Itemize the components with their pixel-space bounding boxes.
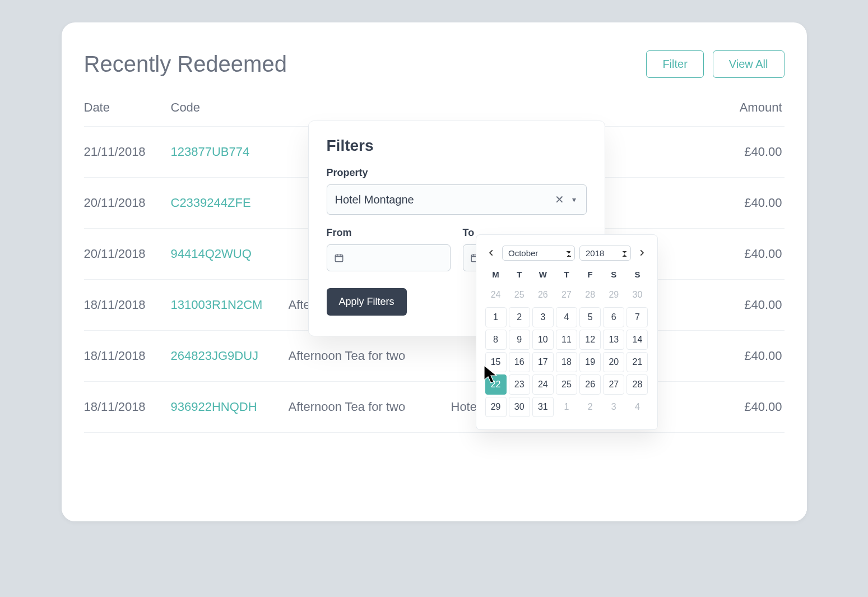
calendar-header: October 2018	[485, 245, 648, 261]
property-select[interactable]: Hotel Montagne ✕ ▾	[327, 184, 587, 215]
from-col: From	[327, 227, 451, 271]
from-label: From	[327, 227, 451, 239]
property-value: Hotel Montagne	[335, 193, 549, 206]
close-icon[interactable]: ✕	[549, 193, 570, 206]
day-next-month: 4	[626, 397, 648, 417]
month-select[interactable]: October	[502, 246, 575, 261]
day-cell[interactable]: 7	[626, 307, 648, 327]
cell-amount: £40.00	[700, 382, 785, 433]
day-cell[interactable]: 4	[556, 307, 577, 327]
from-date-input[interactable]	[327, 244, 451, 271]
cell-amount: £40.00	[700, 280, 785, 331]
day-cell[interactable]: 11	[556, 330, 577, 350]
table-row: 18/11/2018936922HNQDHAfternoon Tea for t…	[84, 382, 785, 433]
day-cell[interactable]: 23	[509, 374, 530, 395]
cell-code[interactable]: 94414Q2WUQ	[171, 229, 289, 280]
day-of-week: S	[603, 266, 624, 283]
property-label: Property	[327, 167, 587, 179]
day-of-week: T	[556, 266, 577, 283]
chevron-right-icon	[638, 249, 646, 257]
table-row: 18/11/2018264823JG9DUJAfternoon Tea for …	[84, 331, 785, 382]
day-cell[interactable]: 2	[509, 307, 530, 327]
day-cell[interactable]: 27	[603, 374, 624, 395]
day-cell[interactable]: 28	[626, 374, 648, 395]
day-cell[interactable]: 31	[532, 397, 554, 417]
year-select[interactable]: 2018	[579, 246, 631, 261]
cell-code[interactable]: 264823JG9DUJ	[171, 331, 289, 382]
day-cell[interactable]: 25	[556, 374, 577, 395]
day-cell[interactable]: 15	[485, 352, 507, 372]
header-row: Recently Redeemed Filter View All	[84, 50, 785, 78]
day-cell[interactable]: 13	[603, 330, 624, 350]
cell-code[interactable]: C2339244ZFE	[171, 178, 289, 229]
day-prev-month: 24	[485, 285, 507, 305]
page-title: Recently Redeemed	[84, 52, 287, 77]
cell-date: 18/11/2018	[84, 382, 171, 433]
day-of-week: W	[532, 266, 554, 283]
day-cell[interactable]: 1	[485, 307, 507, 327]
day-of-week: F	[579, 266, 601, 283]
day-cell[interactable]: 24	[532, 374, 554, 395]
day-next-month: 2	[579, 397, 601, 417]
day-cell[interactable]: 29	[485, 397, 507, 417]
day-cell[interactable]: 26	[579, 374, 601, 395]
cell-desc: Afternoon Tea for two	[289, 331, 451, 382]
date-picker: October 2018 MTWTFSS24252627282930123456…	[476, 234, 658, 430]
day-cell[interactable]: 8	[485, 330, 507, 350]
cell-date: 20/11/2018	[84, 178, 171, 229]
day-of-week: T	[509, 266, 530, 283]
svg-rect-0	[335, 255, 343, 262]
cell-amount: £40.00	[700, 178, 785, 229]
day-cell[interactable]: 17	[532, 352, 554, 372]
cell-code[interactable]: 131003R1N2CM	[171, 280, 289, 331]
cell-date: 20/11/2018	[84, 229, 171, 280]
cell-code[interactable]: 936922HNQDH	[171, 382, 289, 433]
col-date: Date	[84, 100, 171, 127]
view-all-button[interactable]: View All	[713, 50, 785, 78]
cell-date: 18/11/2018	[84, 280, 171, 331]
day-cell[interactable]: 19	[579, 352, 601, 372]
day-of-week: M	[485, 266, 507, 283]
content-card: Recently Redeemed Filter View All Date C…	[62, 22, 807, 521]
col-code: Code	[171, 100, 289, 127]
cell-amount: £40.00	[700, 331, 785, 382]
day-prev-month: 25	[509, 285, 530, 305]
prev-month-button[interactable]	[485, 245, 498, 261]
day-prev-month: 26	[532, 285, 554, 305]
col-amount: Amount	[700, 100, 785, 127]
cell-amount: £40.00	[700, 229, 785, 280]
day-of-week: S	[626, 266, 648, 283]
cell-code[interactable]: 123877UB774	[171, 127, 289, 178]
chevron-down-icon[interactable]: ▾	[570, 195, 578, 204]
day-cell[interactable]: 16	[509, 352, 530, 372]
cell-desc: Afternoon Tea for two	[289, 382, 451, 433]
day-cell[interactable]: 21	[626, 352, 648, 372]
day-next-month: 1	[556, 397, 577, 417]
day-cell[interactable]: 10	[532, 330, 554, 350]
day-prev-month: 30	[626, 285, 648, 305]
filters-title: Filters	[327, 137, 587, 155]
day-cell[interactable]: 18	[556, 352, 577, 372]
cell-date: 21/11/2018	[84, 127, 171, 178]
day-cell[interactable]: 9	[509, 330, 530, 350]
day-prev-month: 27	[556, 285, 577, 305]
chevron-left-icon	[488, 249, 495, 257]
calendar-icon	[334, 253, 344, 263]
next-month-button[interactable]	[635, 245, 648, 261]
apply-filters-button[interactable]: Apply Filters	[327, 288, 407, 316]
day-prev-month: 29	[603, 285, 624, 305]
day-cell[interactable]: 12	[579, 330, 601, 350]
day-cell[interactable]: 20	[603, 352, 624, 372]
day-cell[interactable]: 22	[485, 374, 507, 395]
day-cell[interactable]: 30	[509, 397, 530, 417]
day-prev-month: 28	[579, 285, 601, 305]
cell-amount: £40.00	[700, 127, 785, 178]
day-cell[interactable]: 6	[603, 307, 624, 327]
cell-date: 18/11/2018	[84, 331, 171, 382]
day-next-month: 3	[603, 397, 624, 417]
header-actions: Filter View All	[646, 50, 784, 78]
filter-button[interactable]: Filter	[646, 50, 703, 78]
day-cell[interactable]: 5	[579, 307, 601, 327]
day-cell[interactable]: 14	[626, 330, 648, 350]
day-cell[interactable]: 3	[532, 307, 554, 327]
